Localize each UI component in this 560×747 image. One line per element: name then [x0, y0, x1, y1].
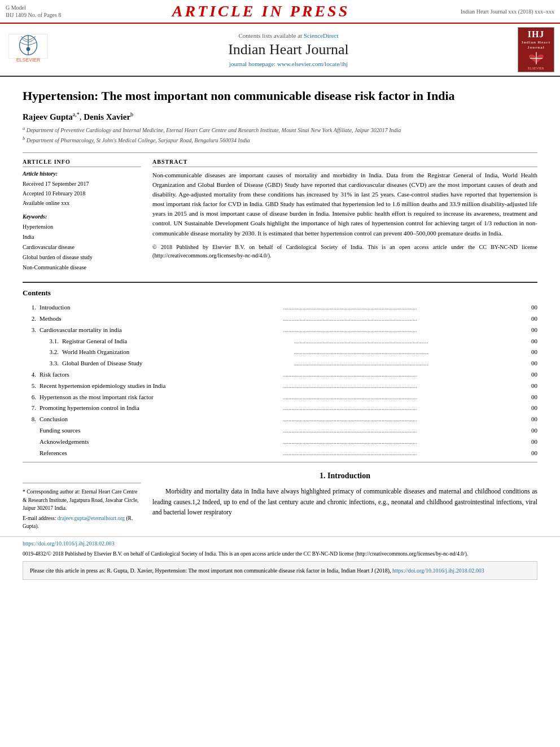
toc-item-7: 7. Promoting hypertension control in Ind… [23, 403, 537, 414]
email-link[interactable]: drajeev.gupta@eternalheart.org [58, 516, 125, 521]
keyword-5: Non-Communicable disease [23, 263, 141, 273]
citation-prefix: Please cite this article in press as: R.… [30, 567, 392, 574]
toc-item-funding: Funding sources ........................… [23, 425, 537, 436]
author-denis: Denis Xavier [84, 112, 130, 121]
elsevier-tree-icon: ELSEVIER [6, 32, 51, 65]
toc-item-1: 1. Introduction ........................… [23, 302, 537, 313]
affiliation-b: b Department of Pharmacology, St John's … [23, 136, 537, 145]
journal-header: ELSEVIER Contents lists available at Sci… [0, 24, 560, 77]
top-banner: G Model IHJ 1409 No. of Pages 8 ARTICLE … [0, 0, 560, 24]
journal-issue-info: Indian Heart Journal xxx (2018) xxx–xxx [461, 8, 554, 15]
ihj-label: IHJ Indian Heart Journal [520, 29, 552, 50]
citation-doi-link[interactable]: https://doi.org/10.1016/j.ihj.2018.02.00… [392, 567, 484, 574]
elsevier-logo-area: ELSEVIER [6, 32, 68, 68]
article-info-abstract-section: ARTICLE INFO Article history: Received 1… [23, 152, 537, 273]
article-in-press-banner: ARTICLE IN PRESS [172, 2, 350, 20]
toc-item-6: 6. Hypertenson as the most important ris… [23, 392, 537, 403]
journal-title-area: Contents lists available at ScienceDirec… [68, 32, 509, 67]
contents-title: Contents [23, 289, 537, 298]
toc-item-3: 3. Cardiovascular mortality in india ...… [23, 325, 537, 336]
article-info-col: ARTICLE INFO Article history: Received 1… [23, 159, 141, 273]
toc-item-8: 8. Conclusion ..........................… [23, 414, 537, 425]
keyword-1: Hypertension [23, 222, 141, 232]
intro-section-number: 1. Introduction [152, 471, 537, 480]
toc-item-2: 2. Methods .............................… [23, 313, 537, 325]
abstract-text: Non-communicable diseases are important … [152, 171, 537, 238]
intro-text: Morbidity and mortality data in India ha… [152, 486, 537, 517]
corresponding-author-note: * Corresponding author at: Eternal Heart… [23, 488, 141, 512]
accepted-date: Accepted 10 February 2018 [23, 189, 141, 198]
introduction-section: * Corresponding author at: Eternal Heart… [23, 471, 537, 530]
keywords-label: Keywords: [23, 213, 141, 220]
pages-info: IHJ 1409 No. of Pages 8 [6, 11, 61, 19]
abstract-heading: ABSTRACT [152, 159, 537, 167]
article-info-heading: ARTICLE INFO [23, 159, 141, 167]
received-date: Received 17 September 2017 [23, 179, 141, 189]
ihj-logo-area: IHJ Indian Heart Journal ELSEVIER [509, 27, 554, 72]
article-dates: Received 17 September 2017 Accepted 10 F… [23, 179, 141, 208]
ihj-icon [522, 50, 550, 67]
toc-item-3-1: 3.1. Registrar General of India ........… [23, 336, 537, 347]
email-label: E-mail address: [23, 516, 56, 521]
journal-homepage-line: journal homepage: www.elsevier.com/locat… [68, 60, 509, 67]
email-line: E-mail address: drajeev.gupta@eternalhea… [23, 514, 141, 531]
science-direct-link[interactable]: ScienceDirect [304, 32, 339, 39]
available-online: Available online xxx [23, 198, 141, 208]
abstract-col: ABSTRACT Non-communicable diseases are i… [152, 159, 537, 273]
toc-item-3-2: 3.2. World Health Organization .........… [23, 347, 537, 358]
open-access-note: 0019-4832/© 2018 Published by Elsevier B… [0, 550, 560, 558]
author-b-super: b [130, 111, 133, 117]
author-rajeev: Rajeev Gupta [23, 112, 73, 121]
article-title: Hypertension: The most important non com… [23, 88, 537, 104]
toc-item-references: References .............................… [23, 448, 537, 459]
open-access-text: 0019-4832/© 2018 Published by Elsevier B… [23, 551, 468, 557]
ihj-journal-box: IHJ Indian Heart Journal ELSEVIER [518, 27, 554, 72]
keyword-2: India [23, 232, 141, 242]
ihj-footer-text: ELSEVIER [528, 67, 544, 70]
intro-paragraph: Morbidity and mortality data in India ha… [152, 486, 537, 517]
toc-item-3-3: 3.3. Global Burden of Disease Study ....… [23, 358, 537, 369]
footnote-area: * Corresponding author at: Eternal Heart… [23, 483, 141, 530]
doi-link[interactable]: https://doi.org/10.1016/j.ihj.2018.02.00… [23, 540, 115, 547]
homepage-label: journal homepage: [229, 60, 275, 67]
keyword-3: Cardiovascular disease [23, 242, 141, 252]
keyword-4: Global burden of disease study [23, 252, 141, 263]
history-label: Article history: [23, 171, 141, 177]
svg-text:ELSEVIER: ELSEVIER [16, 57, 41, 63]
authors-line: Rajeev Guptaa,*, Denis Xavierb [23, 111, 537, 122]
intro-right-col: 1. Introduction Morbidity and mortality … [152, 471, 537, 530]
abstract-copyright: © 2018 Published by Elsevier B.V. on beh… [152, 243, 537, 260]
keywords-list: Hypertension India Cardiovascular diseas… [23, 222, 141, 273]
citation-box: Please cite this article in press as: R.… [23, 561, 537, 580]
author-a-super: a,* [73, 111, 80, 117]
bottom-doi-bar: https://doi.org/10.1016/j.ihj.2018.02.00… [0, 536, 560, 550]
affiliation-a: a Department of Preventive Cardiology an… [23, 125, 537, 134]
journal-url[interactable]: www.elsevier.com/locate/ihj [277, 60, 348, 67]
affiliations: a Department of Preventive Cardiology an… [23, 125, 537, 145]
svg-point-3 [27, 47, 30, 51]
toc-item-4: 4. Risk factors ........................… [23, 369, 537, 381]
toc-item-acknowledgements: Acknowledgements .......................… [23, 436, 537, 448]
g-model-info: G Model IHJ 1409 No. of Pages 8 [6, 4, 61, 19]
main-content: Hypertension: The most important non com… [0, 77, 560, 536]
g-model-line1: G Model [6, 4, 61, 11]
copyright-text: © 2018 Published by Elsevier B.V. on beh… [152, 244, 537, 259]
contents-section: Contents 1. Introduction ...............… [23, 282, 537, 462]
journal-title: Indian Heart Journal [68, 41, 509, 58]
intro-left-col: * Corresponding author at: Eternal Heart… [23, 471, 141, 530]
corresponding-label: * Corresponding author at: [23, 489, 81, 495]
contents-available-line: Contents lists available at ScienceDirec… [68, 32, 509, 39]
toc-item-5: 5. Recent hypertension epidemiology stud… [23, 381, 537, 392]
